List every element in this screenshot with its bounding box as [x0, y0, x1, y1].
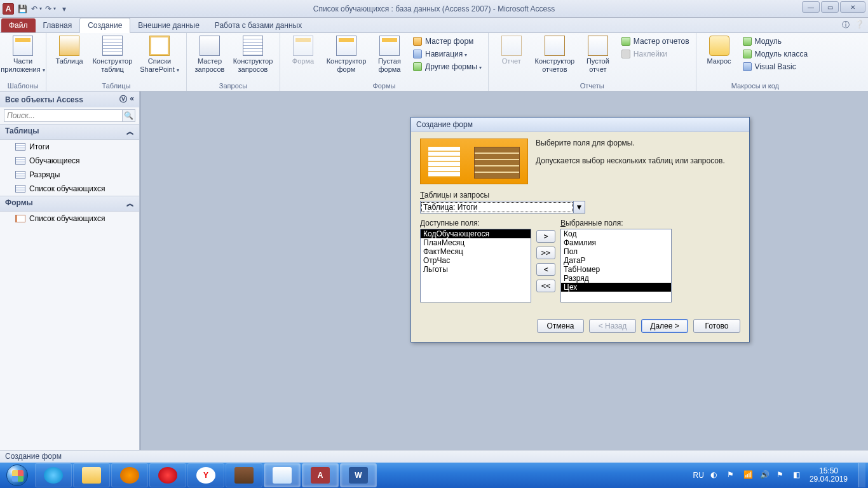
mdi-area: Создание форм Выберите поля для формы. Д… — [140, 92, 868, 450]
taskbar-winrar[interactable] — [226, 463, 262, 487]
nav-collapse-icon[interactable]: « — [130, 94, 134, 105]
tray-extra-icon[interactable]: ◧ — [793, 470, 803, 480]
nav-group-tables-header[interactable]: Таблицы︽ — [0, 124, 139, 140]
tab-external-data[interactable]: Внешние данные — [130, 18, 207, 32]
taskbar-word[interactable]: W — [340, 463, 377, 487]
help-icon[interactable]: ❔ — [855, 20, 864, 30]
taskbar-explorer[interactable] — [73, 463, 110, 487]
report-button: Отчет — [492, 34, 531, 67]
tables-queries-combo[interactable]: ▼ — [420, 201, 585, 214]
selected-fields-listbox[interactable]: КодФамилияПолДатаРТабНомерРазрядЦех — [560, 229, 672, 302]
navigation-button[interactable]: Навигация — [410, 48, 484, 60]
listbox-item[interactable]: КодОбучающегося — [421, 229, 531, 238]
application-parts-button[interactable]: Части приложения — [4, 34, 42, 76]
add-all-fields-button[interactable]: >> — [536, 247, 555, 259]
nav-table-item[interactable]: Итоги — [0, 140, 139, 154]
listbox-item[interactable]: ОтрЧас — [421, 256, 531, 265]
available-fields-listbox[interactable]: КодОбучающегосяПланМесяцФактМесяцОтрЧасЛ… — [420, 229, 531, 302]
sharepoint-lists-button[interactable]: Списки SharePoint — [137, 34, 182, 76]
taskbar-yandex[interactable]: Y — [187, 463, 224, 487]
nav-form-item[interactable]: Список обучающихся — [0, 212, 139, 226]
application-parts-icon — [13, 36, 33, 56]
show-desktop-button[interactable] — [858, 463, 865, 487]
qat-redo-icon[interactable]: ↷ — [44, 3, 56, 15]
visual-basic-icon — [743, 62, 752, 71]
next-button[interactable]: Далее > — [641, 319, 688, 333]
remove-field-button[interactable]: < — [536, 263, 555, 276]
remove-all-fields-button[interactable]: << — [536, 280, 555, 292]
query-design-button[interactable]: Конструктор запросов — [230, 34, 276, 75]
listbox-item[interactable]: Льготы — [421, 265, 531, 274]
tab-home[interactable]: Главная — [36, 18, 80, 32]
cancel-button[interactable]: Отмена — [537, 319, 584, 333]
action-center-icon[interactable]: ◐ — [710, 470, 721, 480]
table-design-button[interactable]: Конструктор таблиц — [90, 34, 135, 75]
nav-table-item[interactable]: Список обучающихся — [0, 182, 139, 196]
module-button[interactable]: Модуль — [740, 36, 811, 47]
selected-fields-label: Выбранные поля: — [560, 219, 672, 227]
volume-icon[interactable]: 🔊 — [760, 470, 770, 480]
nav-search: 🔍 — [0, 107, 139, 124]
minimize-button[interactable]: — — [802, 1, 820, 13]
tray-notify-icon[interactable]: ⚑ — [776, 470, 787, 480]
report-design-button[interactable]: Конструктор отчетов — [532, 34, 578, 75]
listbox-item[interactable]: Фамилия — [561, 238, 671, 247]
add-field-button[interactable]: > — [536, 230, 555, 243]
form-wizard-button[interactable]: Мастер форм — [410, 36, 484, 47]
more-forms-icon — [413, 62, 422, 71]
finish-button[interactable]: Готово — [693, 319, 740, 333]
maximize-button[interactable]: ▭ — [821, 1, 839, 13]
nav-filter-dropdown-icon[interactable]: ⓥ — [119, 94, 127, 105]
chevron-up-icon: ︽ — [126, 198, 134, 209]
tab-database-tools[interactable]: Работа с базами данных — [207, 18, 309, 32]
app-icon[interactable]: A — [3, 3, 14, 15]
nav-table-item[interactable]: Разряды — [0, 168, 139, 182]
taskbar-mediaplayer[interactable] — [111, 463, 148, 487]
listbox-item[interactable]: ФактМесяц — [421, 247, 531, 256]
qat-customize-icon[interactable]: ▾ — [58, 3, 70, 15]
nav-table-item[interactable]: Обучающиеся — [0, 154, 139, 168]
nav-pane-header[interactable]: Все объекты Access ⓥ « — [0, 92, 139, 107]
start-button[interactable] — [0, 463, 34, 488]
tab-file[interactable]: Файл — [1, 18, 36, 32]
combo-dropdown-icon[interactable]: ▼ — [574, 201, 585, 214]
blank-report-button[interactable]: Пустой отчет — [579, 34, 617, 75]
nav-group-forms-header[interactable]: Формы︽ — [0, 196, 139, 212]
macro-button[interactable]: Макрос — [700, 34, 738, 67]
table-button[interactable]: Таблица — [50, 34, 88, 67]
qat-undo-icon[interactable]: ↶ — [31, 3, 42, 15]
tab-create[interactable]: Создание — [79, 18, 130, 33]
query-wizard-button[interactable]: Мастер запросов — [191, 34, 229, 75]
taskbar-ie[interactable] — [35, 463, 72, 487]
nav-search-input[interactable] — [4, 109, 123, 122]
blank-form-button[interactable]: Пустая форма — [370, 34, 409, 75]
tables-queries-input[interactable] — [420, 201, 574, 214]
taskbar-paint[interactable] — [264, 463, 301, 487]
qat-save-icon[interactable]: 💾 — [17, 3, 28, 15]
listbox-item[interactable]: Цех — [561, 283, 671, 292]
close-button[interactable]: ✕ — [840, 1, 865, 13]
listbox-item[interactable]: Разряд — [561, 274, 671, 283]
tray-app-icon[interactable]: ⚑ — [727, 470, 737, 480]
search-icon[interactable]: 🔍 — [123, 109, 135, 122]
listbox-item[interactable]: Код — [561, 229, 671, 238]
report-wizard-button[interactable]: Мастер отчетов — [618, 36, 692, 47]
listbox-item[interactable]: ДатаР — [561, 256, 671, 265]
ribbon-group-reports: Отчет Конструктор отчетов Пустой отчет М… — [489, 33, 696, 91]
class-module-button[interactable]: Модуль класса — [740, 48, 811, 60]
ribbon-minimize-icon[interactable]: ⓘ — [842, 20, 850, 30]
network-icon[interactable]: 📶 — [743, 470, 754, 480]
listbox-item[interactable]: ТабНомер — [561, 265, 671, 274]
listbox-item[interactable]: ПланМесяц — [421, 238, 531, 247]
ribbon: Части приложения Шаблоны Таблица Констру… — [0, 33, 868, 92]
tray-clock[interactable]: 15:50 29.04.2019 — [810, 467, 851, 484]
more-forms-button[interactable]: Другие формы — [410, 61, 484, 72]
listbox-item[interactable]: Пол — [561, 247, 671, 256]
table-object-icon — [15, 143, 25, 151]
visual-basic-button[interactable]: Visual Basic — [740, 61, 811, 72]
taskbar-opera[interactable] — [149, 463, 186, 487]
form-design-button[interactable]: Конструктор форм — [323, 34, 369, 75]
form-icon — [293, 36, 313, 56]
language-indicator[interactable]: RU — [693, 471, 704, 480]
taskbar-access[interactable]: A — [302, 463, 339, 487]
